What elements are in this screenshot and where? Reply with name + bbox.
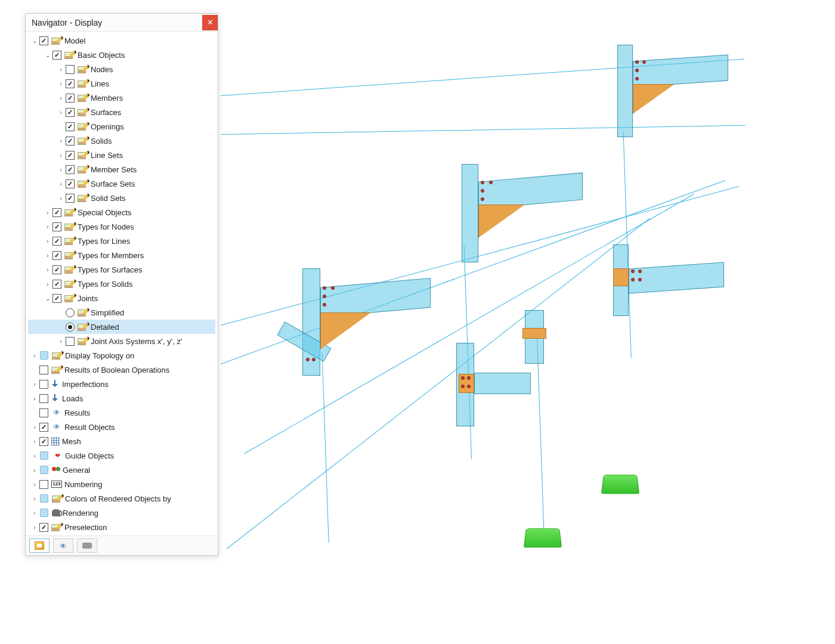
- tree-item-rendering[interactable]: › Rendering: [28, 506, 215, 520]
- checkbox[interactable]: [52, 265, 61, 274]
- checkbox[interactable]: [39, 423, 48, 432]
- tree-item-openings[interactable]: › Openings: [28, 119, 215, 134]
- tree-item-surfaces[interactable]: › Surfaces: [28, 105, 215, 119]
- caret-icon[interactable]: ›: [57, 181, 65, 187]
- caret-icon[interactable]: ›: [57, 109, 65, 116]
- checkbox[interactable]: [52, 208, 61, 217]
- views-mode-button[interactable]: [53, 538, 73, 553]
- tree-item-types-solids[interactable]: › Types for Solids: [28, 277, 215, 291]
- radio[interactable]: [66, 323, 75, 332]
- caret-icon[interactable]: ›: [30, 467, 39, 473]
- checkbox[interactable]: [66, 151, 75, 160]
- tree-item-guide-objects[interactable]: › Guide Objects: [28, 448, 215, 463]
- close-button[interactable]: ✕: [202, 15, 218, 30]
- tree-item-general[interactable]: › General: [28, 463, 215, 477]
- checkbox[interactable]: [66, 79, 75, 88]
- checkbox[interactable]: [39, 36, 48, 45]
- tree-item-types-nodes[interactable]: › Types for Nodes: [28, 219, 215, 234]
- caret-icon[interactable]: ›: [30, 453, 39, 459]
- caret-icon[interactable]: ⌄: [30, 38, 39, 44]
- tree-item-line-sets[interactable]: › Line Sets: [28, 148, 215, 162]
- checkbox[interactable]: [52, 51, 61, 60]
- checkbox[interactable]: [66, 65, 75, 74]
- navigator-mode-button[interactable]: [29, 538, 50, 553]
- tree-item-types-surfaces[interactable]: › Types for Surfaces: [28, 262, 215, 277]
- caret-icon[interactable]: ›: [30, 510, 39, 516]
- tree-item-colors[interactable]: › Colors of Rendered Objects by: [28, 491, 215, 506]
- tree-item-detailed[interactable]: › Detailed: [28, 320, 215, 334]
- tree-item-member-sets[interactable]: › Member Sets: [28, 162, 215, 177]
- tree-item-loads[interactable]: › Loads: [28, 391, 215, 405]
- checkbox[interactable]: [66, 108, 75, 117]
- tree-item-solids[interactable]: › Solids: [28, 134, 215, 148]
- tree-item-members[interactable]: › Members: [28, 91, 215, 105]
- radio[interactable]: [66, 308, 75, 317]
- tree-item-imperfections[interactable]: › Imperfections: [28, 377, 215, 391]
- checkbox[interactable]: [66, 194, 75, 203]
- caret-icon[interactable]: ›: [30, 481, 39, 488]
- checkbox[interactable]: [66, 94, 75, 103]
- checkbox[interactable]: [39, 408, 48, 417]
- checkbox[interactable]: [66, 165, 75, 174]
- checkbox[interactable]: [66, 137, 75, 145]
- caret-icon[interactable]: ›: [57, 95, 65, 101]
- checkbox[interactable]: [66, 179, 75, 188]
- caret-icon[interactable]: ›: [57, 80, 65, 87]
- tree-item-result-objects[interactable]: › Result Objects: [28, 420, 215, 434]
- caret-icon[interactable]: ›: [57, 138, 65, 144]
- tree-item-nodes[interactable]: › Nodes: [28, 62, 215, 76]
- caret-icon[interactable]: ›: [44, 238, 52, 244]
- caret-icon[interactable]: ›: [30, 352, 39, 359]
- checkbox[interactable]: [39, 380, 48, 389]
- caret-icon[interactable]: ›: [57, 166, 65, 173]
- caret-icon[interactable]: ›: [30, 496, 39, 502]
- caret-icon[interactable]: ›: [30, 395, 39, 402]
- tree-item-special-objects[interactable]: › Special Objects: [28, 205, 215, 219]
- tree-item-types-members[interactable]: › Types for Members: [28, 248, 215, 262]
- checkbox[interactable]: [66, 122, 75, 131]
- caret-icon[interactable]: ›: [44, 209, 52, 216]
- tree-item-solid-sets[interactable]: › Solid Sets: [28, 191, 215, 205]
- tree-item-joints[interactable]: ⌄ Joints: [28, 291, 215, 305]
- checkbox[interactable]: [52, 251, 61, 260]
- tree-item-mesh[interactable]: › Mesh: [28, 434, 215, 448]
- support[interactable]: [601, 475, 639, 494]
- tree-item-display-topology[interactable]: › Display Topology on: [28, 348, 215, 363]
- checkbox[interactable]: [66, 337, 75, 346]
- caret-icon[interactable]: ›: [30, 424, 39, 431]
- caret-icon[interactable]: ›: [57, 195, 65, 202]
- camera-mode-button[interactable]: [77, 538, 97, 553]
- support[interactable]: [524, 528, 562, 547]
- caret-icon[interactable]: ›: [30, 438, 39, 445]
- checkbox[interactable]: [39, 437, 48, 446]
- tree-item-boolean-results[interactable]: › Results of Boolean Operations: [28, 363, 215, 377]
- caret-icon[interactable]: ›: [44, 224, 52, 230]
- checkbox[interactable]: [52, 237, 61, 246]
- checkbox[interactable]: [39, 394, 48, 403]
- caret-icon[interactable]: ›: [30, 381, 39, 388]
- tree-item-numbering[interactable]: › 123 Numbering: [28, 477, 215, 491]
- tree-item-results[interactable]: › Results: [28, 405, 215, 420]
- caret-icon[interactable]: ›: [30, 524, 39, 531]
- checkbox[interactable]: [39, 523, 48, 532]
- tree-item-model[interactable]: ⌄ Model: [28, 33, 215, 48]
- caret-icon[interactable]: ›: [57, 66, 65, 73]
- caret-icon[interactable]: ›: [57, 338, 65, 345]
- tree-item-joint-axis[interactable]: › Joint Axis Systems x', y', z': [28, 334, 215, 348]
- tree-item-surface-sets[interactable]: › Surface Sets: [28, 177, 215, 191]
- caret-icon[interactable]: ⌄: [44, 52, 52, 58]
- tree-item-preselection[interactable]: › Preselection: [28, 520, 215, 534]
- tree-item-types-lines[interactable]: › Types for Lines: [28, 234, 215, 248]
- caret-icon[interactable]: ›: [57, 152, 65, 159]
- caret-icon[interactable]: ⌄: [44, 295, 52, 302]
- tree-item-basic-objects[interactable]: ⌄ Basic Objects: [28, 48, 215, 62]
- tree-item-lines[interactable]: › Lines: [28, 76, 215, 91]
- caret-icon[interactable]: ›: [44, 281, 52, 287]
- checkbox[interactable]: [52, 294, 61, 303]
- caret-icon[interactable]: ›: [44, 252, 52, 259]
- checkbox[interactable]: [52, 280, 61, 289]
- tree-item-simplified[interactable]: › Simplified: [28, 305, 215, 320]
- checkbox[interactable]: [39, 480, 48, 489]
- caret-icon[interactable]: ›: [44, 267, 52, 273]
- checkbox[interactable]: [39, 366, 48, 374]
